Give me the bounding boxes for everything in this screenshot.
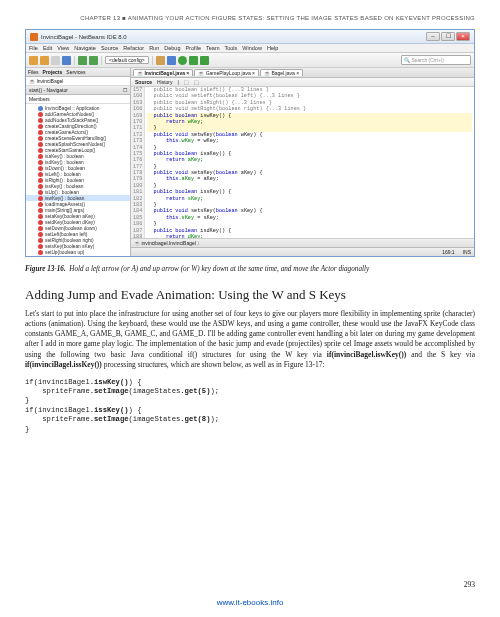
- method-icon: [38, 172, 43, 177]
- panel-tab-services[interactable]: Services: [66, 69, 85, 75]
- editor-panel: ☕ InvinciBagel.java ×☕ GamePlayLoop.java…: [131, 68, 474, 256]
- chapter-header: CHAPTER 13 ■ ANIMATING YOUR ACTION FIGUR…: [25, 15, 475, 21]
- search-input[interactable]: 🔍 Search (Ctrl+I): [401, 55, 471, 65]
- breadcrumb[interactable]: ☕ invincibagel.InvinciBagel 〉: [131, 238, 474, 247]
- save-all-icon[interactable]: [62, 56, 71, 65]
- debug-icon[interactable]: [189, 56, 198, 65]
- editor-tool-icon[interactable]: ⬚: [182, 79, 191, 85]
- menu-debug[interactable]: Debug: [164, 45, 180, 51]
- method-icon: [38, 214, 43, 219]
- tab-history[interactable]: History: [155, 79, 175, 85]
- menu-window[interactable]: Window: [242, 45, 262, 51]
- method-icon: [38, 178, 43, 183]
- figure-caption: Figure 13-16. Hold a left arrow (or A) a…: [25, 265, 475, 273]
- editor-toolbar: Source History | ⬚ ⬚: [131, 78, 474, 87]
- editor-tool-icon[interactable]: ⬚: [192, 79, 201, 85]
- clean-build-icon[interactable]: [167, 56, 176, 65]
- method-icon: [38, 244, 43, 249]
- toolbar: <default config> 🔍 Search (Ctrl+I): [26, 53, 474, 68]
- redo-icon[interactable]: [89, 56, 98, 65]
- method-icon: [38, 250, 43, 255]
- insert-mode: INS: [463, 249, 471, 255]
- method-icon: [38, 136, 43, 141]
- file-tab[interactable]: ☕ GamePlayLoop.java ×: [194, 69, 259, 76]
- menu-edit[interactable]: Edit: [43, 45, 52, 51]
- build-icon[interactable]: [156, 56, 165, 65]
- navigator-header: start() - Navigator☐: [26, 86, 130, 95]
- method-icon: [38, 130, 43, 135]
- method-icon: [38, 124, 43, 129]
- run-icon[interactable]: [178, 56, 187, 65]
- method-icon: [38, 220, 43, 225]
- menu-profile[interactable]: Profile: [185, 45, 201, 51]
- members-dropdown[interactable]: Members: [26, 95, 130, 104]
- menu-run[interactable]: Run: [149, 45, 159, 51]
- ide-window: InvinciBagel - NetBeans IDE 8.0 – ☐ × Fi…: [25, 29, 475, 257]
- tab-source[interactable]: Source: [133, 79, 154, 85]
- nav-item[interactable]: setwKey(boolean wKey): [26, 255, 130, 256]
- file-tab[interactable]: ☕ Bagel.java ×: [260, 69, 303, 76]
- panel-tab-projects[interactable]: Projects: [43, 69, 63, 75]
- class-icon: [38, 106, 43, 111]
- method-icon: [38, 184, 43, 189]
- page-number: 293: [464, 580, 475, 589]
- search-icon: 🔍: [404, 57, 410, 63]
- config-dropdown[interactable]: <default config>: [105, 56, 149, 64]
- statusbar: 169:1 INS: [131, 247, 474, 256]
- method-icon: [38, 160, 43, 165]
- menubar: FileEditViewNavigateSourceRefactorRunDeb…: [26, 44, 474, 53]
- menu-navigate[interactable]: Navigate: [74, 45, 96, 51]
- method-icon: [38, 238, 43, 243]
- new-file-icon[interactable]: [29, 56, 38, 65]
- titlebar: InvinciBagel - NetBeans IDE 8.0 – ☐ ×: [26, 30, 474, 44]
- maximize-button[interactable]: ☐: [441, 32, 455, 41]
- code-snippet: if(invinciBagel.iswKey()) { spriteFrame.…: [25, 378, 475, 434]
- method-icon: [38, 202, 43, 207]
- panel-tab-files[interactable]: Files: [28, 69, 39, 75]
- method-icon: [38, 112, 43, 117]
- project-node[interactable]: ☕ InvinciBagel: [26, 77, 130, 86]
- menu-refactor[interactable]: Refactor: [123, 45, 144, 51]
- method-icon: [38, 226, 43, 231]
- menu-source[interactable]: Source: [101, 45, 118, 51]
- menu-help[interactable]: Help: [267, 45, 278, 51]
- method-icon: [38, 142, 43, 147]
- method-icon: [38, 232, 43, 237]
- menu-tools[interactable]: Tools: [225, 45, 238, 51]
- app-icon: [30, 33, 38, 41]
- menu-view[interactable]: View: [57, 45, 69, 51]
- menu-file[interactable]: File: [29, 45, 38, 51]
- cursor-position: 169:1: [442, 249, 455, 255]
- file-tab[interactable]: ☕ InvinciBagel.java ×: [133, 69, 193, 76]
- code-editor[interactable]: 1571601631661691701711721731741751761771…: [131, 87, 474, 238]
- left-panel: FilesProjectsServices ☕ InvinciBagel sta…: [26, 68, 131, 256]
- close-button[interactable]: ×: [456, 32, 470, 41]
- menu-team[interactable]: Team: [206, 45, 219, 51]
- footer-link[interactable]: www.it-ebooks.info: [0, 598, 500, 607]
- open-icon[interactable]: [51, 56, 60, 65]
- method-icon: [38, 256, 43, 257]
- method-icon: [38, 196, 43, 201]
- code-lines: public boolean isLeft() {...3 lines } pu…: [145, 87, 474, 238]
- line-gutter: 1571601631661691701711721731741751761771…: [131, 87, 145, 238]
- method-icon: [38, 154, 43, 159]
- profile-icon[interactable]: [200, 56, 209, 65]
- section-heading: Adding Jump and Evade Animation: Using t…: [25, 287, 475, 303]
- method-icon: [38, 118, 43, 123]
- new-project-icon[interactable]: [40, 56, 49, 65]
- minimize-button[interactable]: –: [426, 32, 440, 41]
- method-icon: [38, 166, 43, 171]
- method-icon: [38, 148, 43, 153]
- method-icon: [38, 190, 43, 195]
- navigator-tree: InvinciBagel :: ApplicationaddGameActorN…: [26, 104, 130, 256]
- body-paragraph: Let's start to put into place the infras…: [25, 309, 475, 370]
- method-icon: [38, 208, 43, 213]
- file-tabs: ☕ InvinciBagel.java ×☕ GamePlayLoop.java…: [131, 68, 474, 78]
- undo-icon[interactable]: [78, 56, 87, 65]
- project-tabs: FilesProjectsServices: [26, 68, 130, 77]
- window-title: InvinciBagel - NetBeans IDE 8.0: [41, 34, 127, 40]
